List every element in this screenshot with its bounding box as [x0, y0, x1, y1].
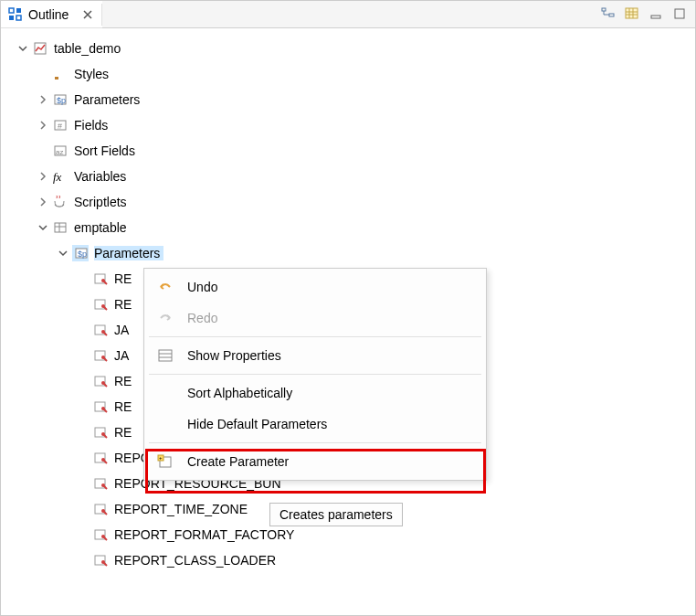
svg-rect-52: [159, 350, 172, 361]
param-item-icon: [92, 322, 109, 338]
param-item-label: REPORT_TIME_ZONE: [114, 502, 251, 516]
maximize-icon[interactable]: [671, 6, 688, 21]
chevron-down-icon[interactable]: [16, 41, 30, 56]
menu-hide-default-label: Hide Default Parameters: [187, 417, 327, 431]
menu-separator: [149, 336, 481, 337]
svg-point-37: [101, 381, 105, 385]
svg-point-41: [101, 432, 105, 436]
svg-text:$p: $p: [57, 96, 66, 105]
parameter-icon: $p: [72, 245, 89, 261]
svg-rect-3: [16, 16, 21, 20]
param-item-icon: [92, 373, 109, 389]
svg-point-35: [101, 356, 105, 359]
menu-undo-label: Undo: [187, 280, 217, 294]
param-item-label: REPORT_FORMAT_FACTORY: [114, 527, 298, 542]
svg-rect-11: [651, 16, 660, 18]
close-icon[interactable]: [81, 8, 94, 21]
param-item-icon: [92, 475, 109, 492]
menu-show-properties-label: Show Properties: [187, 348, 281, 363]
emptable-parameters-label: Parameters: [94, 246, 163, 260]
param-item-icon: [92, 526, 109, 543]
parameter-icon: $p: [52, 91, 69, 108]
field-icon: #: [52, 117, 69, 133]
param-item-icon: [92, 296, 109, 313]
menu-redo-label: Redo: [187, 311, 217, 325]
tree-node-sort-fields[interactable]: az Sort Fields: [5, 138, 691, 164]
menu-sort-alpha-label: Sort Alphabetically: [187, 386, 292, 400]
chevron-down-icon[interactable]: [36, 220, 50, 235]
svg-point-43: [101, 458, 105, 462]
svg-text:fx: fx: [53, 170, 62, 184]
tab-title: Outline: [28, 7, 72, 22]
tree-node-fields[interactable]: # Fields: [5, 112, 691, 138]
tree-node-emptable[interactable]: emptable: [5, 215, 691, 240]
param-item-label: RE: [114, 297, 135, 312]
chevron-down-icon[interactable]: [56, 246, 70, 260]
svg-point-29: [101, 279, 105, 282]
menu-show-properties[interactable]: Show Properties: [147, 340, 483, 371]
menu-undo[interactable]: Undo: [147, 271, 483, 303]
svg-point-45: [101, 483, 105, 487]
outline-icon: [8, 7, 23, 22]
chevron-right-icon[interactable]: [36, 195, 50, 209]
chevron-right-icon[interactable]: [36, 169, 50, 184]
menu-sort-alpha[interactable]: Sort Alphabetically: [147, 377, 483, 409]
chevron-right-icon[interactable]: [36, 92, 50, 107]
sortfields-label: Sort Fields: [74, 143, 139, 158]
toolbar-strip: [102, 1, 695, 28]
svg-rect-4: [602, 8, 606, 11]
svg-rect-23: [55, 223, 66, 232]
param-item-label: RE: [114, 374, 135, 388]
menu-hide-default[interactable]: Hide Default Parameters: [147, 409, 483, 440]
redo-icon: [154, 309, 176, 327]
tree-node-styles[interactable]: Styles: [5, 61, 691, 87]
tree-node-parameters[interactable]: $p Parameters: [5, 87, 691, 112]
blank-icon: [154, 415, 176, 433]
table-view-icon[interactable]: [624, 6, 640, 21]
tree-root[interactable]: table_demo: [5, 36, 691, 61]
svg-rect-1: [16, 8, 21, 13]
outline-tab[interactable]: Outline: [1, 4, 102, 26]
table-icon: [52, 219, 69, 236]
param-item-icon: [92, 552, 109, 568]
svg-rect-12: [675, 9, 684, 18]
tree-node-variables[interactable]: fx Variables: [5, 164, 691, 189]
svg-rect-5: [609, 14, 614, 16]
blank-icon: [154, 384, 176, 402]
svg-text:+: +: [159, 455, 163, 461]
param-item-icon: [92, 501, 109, 517]
tree-view-icon[interactable]: [600, 6, 617, 21]
undo-icon: [154, 278, 176, 296]
param-item-icon: [92, 271, 109, 287]
param-item-icon: [92, 347, 109, 364]
svg-point-47: [101, 509, 105, 513]
tree-node-scriptlets[interactable]: Scriptlets: [5, 189, 691, 215]
svg-text:#: #: [58, 122, 62, 131]
param-item-label: RE: [114, 399, 135, 414]
param-item-icon: [92, 450, 109, 466]
report-icon: [32, 40, 48, 57]
tree-param-item[interactable]: REPORT_CLASS_LOADER: [5, 547, 691, 573]
tree-node-emptable-parameters[interactable]: $p Parameters: [5, 240, 691, 266]
variables-label: Variables: [74, 169, 130, 184]
param-item-icon: [92, 398, 109, 415]
chevron-right-icon[interactable]: [36, 118, 50, 133]
fields-label: Fields: [74, 118, 111, 133]
menu-create-parameter-label: Create Parameter: [187, 454, 289, 469]
svg-rect-6: [626, 8, 638, 18]
menu-create-parameter[interactable]: + Create Parameter: [147, 446, 483, 477]
param-item-label: RE: [114, 271, 135, 286]
param-item-label: JA: [114, 323, 132, 337]
svg-rect-0: [9, 8, 14, 13]
titlebar: Outline: [1, 1, 695, 28]
root-label: table_demo: [54, 41, 124, 56]
svg-point-33: [101, 330, 105, 334]
menu-separator: [149, 442, 481, 443]
sort-icon: az: [52, 143, 69, 159]
tooltip: Creates parameters: [269, 503, 403, 526]
minimize-icon[interactable]: [648, 6, 664, 21]
new-parameter-icon: +: [154, 452, 176, 471]
param-item-label: JA: [114, 348, 132, 363]
param-item-label: RE: [114, 425, 135, 440]
svg-text:$p: $p: [78, 250, 87, 259]
